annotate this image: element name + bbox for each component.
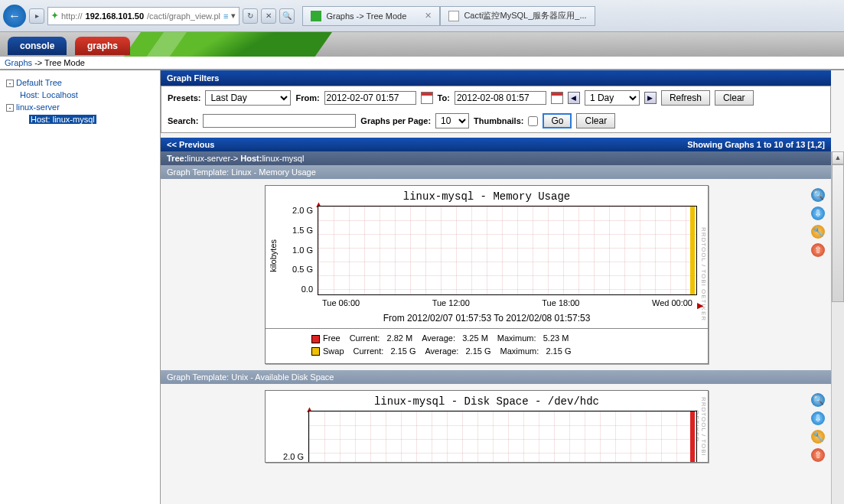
cacti-logo-swoosh [114,32,337,57]
graph-caption: From 2012/02/07 01:57:53 To 2012/02/08 0… [266,311,708,328]
browser-chrome: ← ▸ ✦ http://192.168.101.50/cacti/graph_… [0,0,844,32]
graph-title: linux-mysql - Disk Space - /dev/hdc [266,391,708,409]
url-prefix: http:// [61,11,83,21]
vertical-scrollbar[interactable]: ▲ [831,151,844,504]
forward-button[interactable]: ▸ [29,8,44,24]
tab-console[interactable]: console [8,37,67,55]
from-label: From: [295,93,319,102]
graph-row-disk: RRDTOOL / TOBI OETIKER linux-mysql - Dis… [161,384,831,469]
browser-tab[interactable]: Cacti监控MySQL_服务器应用_... [440,6,595,26]
breadcrumb: Graphs -> Tree Mode [0,57,844,70]
calendar-icon[interactable] [551,92,563,104]
breadcrumb-sep: -> Tree Mode [34,58,85,67]
calendar-icon[interactable] [421,92,433,104]
plot-area: ▲ 2.0 G [273,409,702,463]
search-label: Search: [168,116,198,125]
tree-node-linux-mysql[interactable]: Host: linux-mysql [3,113,157,125]
dropdown-icon[interactable]: ▾ [231,11,236,21]
gpp-label: Graphs per Page: [360,116,431,125]
browser-tab-label: Cacti监控MySQL_服务器应用_... [464,10,586,21]
cacti-favicon [311,11,321,21]
y-ticks: 2.0 G [273,409,307,463]
page-top-icon[interactable]: ⇧ [811,243,825,257]
from-input[interactable] [324,91,416,105]
stop-button[interactable]: ✕ [261,8,276,24]
swap-series-bar [690,206,695,294]
graph-nav-bar: << Previous Showing Graphs 1 to 10 of 13… [161,138,831,151]
y-ticks: 2.0 G 1.5 G 1.0 G 0.5 G 0.0 [282,204,316,295]
address-bar[interactable]: ✦ http://192.168.101.50/cacti/graph_view… [47,7,240,25]
graph-filters: Presets: Last Day From: To: ◀ 1 Day ▶ Re… [161,86,831,133]
csv-export-icon[interactable]: ⇩ [811,411,825,425]
previous-link[interactable]: << Previous [167,140,214,149]
graph-filters-title: Graph Filters [161,70,831,86]
reload-button[interactable]: ↻ [243,8,258,24]
graph-legend: Free Current: 2.82 M Average: 3.25 M Max… [266,328,708,363]
tree-node-localhost[interactable]: Host: Localhost [3,89,157,101]
showing-text: Showing Graphs 1 to 10 of 13 [1,2] [687,140,825,149]
tux-favicon [448,11,459,21]
rss-icon[interactable]: ≡ [223,11,228,21]
main-content: Graph Filters Presets: Last Day From: To… [161,70,844,504]
csv-export-icon[interactable]: ⇩ [811,206,825,220]
browser-tab-active[interactable]: Graphs -> Tree Mode ✕ [302,6,440,26]
sidebar-tree: -Default Tree Host: Localhost -linux-ser… [0,70,161,504]
graph-row-mem: RRDTOOL / TOBI OETIKER linux-mysql - Mem… [161,179,831,370]
go-button[interactable]: Go [543,113,572,128]
thumbnails-checkbox[interactable] [528,116,538,126]
to-input[interactable] [455,91,546,105]
graph-disk[interactable]: RRDTOOL / TOBI OETIKER linux-mysql - Dis… [265,390,709,463]
shift-select[interactable]: 1 Day [585,90,640,106]
tree-node-linux-server[interactable]: -linux-server [3,101,157,113]
template-bar-mem: Graph Template: Linux - Memory Usage [161,165,831,179]
presets-label: Presets: [168,93,200,102]
presets-select[interactable]: Last Day [205,90,291,106]
search-button[interactable]: 🔍 [279,8,295,24]
shift-right-button[interactable]: ▶ [644,92,657,104]
plot-area: ▲ 2.0 G 1.5 G 1.0 G 0.5 G 0.0 [282,204,702,307]
scroll-up-button[interactable]: ▲ [832,151,844,164]
y-axis-label: kilobytes [267,239,279,272]
browser-tabs: Graphs -> Tree Mode ✕ Cacti监控MySQL_服务器应用… [302,6,595,26]
main-layout: -Default Tree Host: Localhost -linux-ser… [0,70,844,504]
series-bar [690,411,695,462]
clear-button[interactable]: Clear [715,90,754,106]
tab-graphs[interactable]: graphs [75,37,130,55]
x-ticks: Tue 06:00 Tue 12:00 Tue 18:00 Wed 00:00 [318,298,697,307]
x-arrow-icon: ▶ [697,301,703,311]
graph-mem[interactable]: RRDTOOL / TOBI OETIKER linux-mysql - Mem… [265,185,709,364]
template-bar-disk: Graph Template: Unix - Available Disk Sp… [161,370,831,384]
zoom-icon[interactable]: 🔍 [811,393,825,407]
refresh-button[interactable]: Refresh [661,90,710,106]
search-input[interactable] [203,114,356,128]
cacti-top-tabs: console graphs [0,32,844,57]
thumbnails-label: Thumbnails: [474,116,523,125]
cacti-favicon: ✦ [51,11,58,21]
legend-swatch-swap [311,347,320,356]
url-path: /cacti/graph_view.pl [147,11,220,21]
collapse-icon[interactable]: - [6,80,14,87]
browser-tab-label: Graphs -> Tree Mode [326,11,406,21]
collapse-icon[interactable]: - [6,104,14,112]
scroll-thumb[interactable] [832,164,844,302]
page-top-icon[interactable]: ⇧ [811,448,825,462]
wrench-icon[interactable]: 🔧 [811,225,825,239]
zoom-icon[interactable]: 🔍 [811,188,825,202]
legend-swatch-free [311,335,320,343]
graph-action-icons: 🔍 ⇩ 🔧 ⇧ [811,390,825,462]
url-host: 192.168.101.50 [86,11,144,21]
shift-left-button[interactable]: ◀ [568,92,580,104]
graph-action-icons: 🔍 ⇩ 🔧 ⇧ [811,185,825,257]
context-bar: Tree:linux-server-> Host:linux-mysql [161,151,831,165]
wrench-icon[interactable]: 🔧 [811,430,825,444]
tree-node-default[interactable]: -Default Tree [3,76,157,89]
gpp-select[interactable]: 10 [435,113,469,128]
clear2-button[interactable]: Clear [576,113,615,128]
graph-title: linux-mysql - Memory Usage [266,186,708,204]
to-label: To: [438,93,450,102]
back-button[interactable]: ← [3,5,26,28]
close-icon[interactable]: ✕ [425,11,432,21]
breadcrumb-root[interactable]: Graphs [5,58,32,67]
